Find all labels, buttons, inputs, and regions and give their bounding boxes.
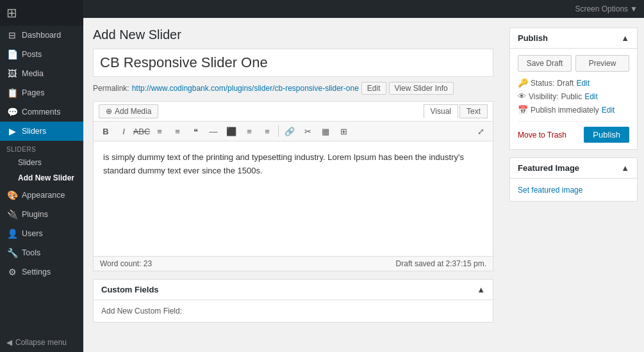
bold-button[interactable]: B xyxy=(97,124,114,139)
sidebar-sub-add-new-slider[interactable]: Add New Slider xyxy=(0,170,83,186)
sliders-section-label: Sliders xyxy=(0,141,83,155)
toolbar-divider xyxy=(278,125,279,137)
permalink-edit-button[interactable]: Edit xyxy=(361,82,386,95)
publish-time-row: 📅 Publish immediately Edit xyxy=(518,105,629,115)
unordered-list-button[interactable]: ≡ xyxy=(151,124,168,139)
strikethrough-button[interactable]: ABC xyxy=(133,124,150,139)
add-media-label: Add Media xyxy=(115,107,151,116)
italic-button[interactable]: I xyxy=(115,124,132,139)
sidebar-item-dashboard[interactable]: ⊟ Dashboard xyxy=(0,26,83,45)
editor-area: Add New Slider Permalink: http://www.cod… xyxy=(83,18,503,352)
publish-panel-title: Publish xyxy=(518,33,548,43)
save-draft-button[interactable]: Save Draft xyxy=(518,55,572,72)
publish-footer: Move to Trash Publish xyxy=(518,121,629,143)
sidebar-sub-sliders[interactable]: Sliders xyxy=(0,155,83,170)
users-icon: 👤 xyxy=(6,228,18,239)
editor-tabs: Visual Text xyxy=(424,104,488,118)
editor-text: is simply dummy text of the printing and… xyxy=(103,151,483,178)
sidebar-sub-label: Sliders xyxy=(18,158,42,167)
permalink-url[interactable]: http://www.codingbank.com/plugins/slider… xyxy=(132,84,359,93)
pages-icon: 📋 xyxy=(6,88,18,98)
ordered-list-button[interactable]: ≡ xyxy=(169,124,186,139)
collapse-arrow-icon: ◀ xyxy=(6,338,12,347)
featured-image-toggle-icon: ▲ xyxy=(621,163,629,173)
sidebar-item-label: Plugins xyxy=(22,210,48,219)
align-center-button[interactable]: ≡ xyxy=(241,124,258,139)
blockquote-button[interactable]: ❝ xyxy=(187,124,204,139)
view-slider-info-button[interactable]: View Slider Info xyxy=(389,82,454,95)
word-count: Word count: 23 xyxy=(100,259,152,268)
screen-options-label: Screen Options xyxy=(575,4,628,13)
visibility-edit-link[interactable]: Edit xyxy=(584,92,598,101)
sidebar-item-pages[interactable]: 📋 Pages xyxy=(0,83,83,102)
status-icon: 🔑 xyxy=(518,78,528,88)
status-value: Draft xyxy=(557,79,574,88)
comments-icon: 💬 xyxy=(6,107,18,117)
topbar: Screen Options ▼ xyxy=(83,0,644,18)
main-content: Screen Options ▼ Add New Slider Permalin… xyxy=(83,0,644,352)
screen-options-button[interactable]: Screen Options ▼ xyxy=(575,4,638,13)
dashboard-icon: ⊟ xyxy=(6,30,18,40)
collapse-menu[interactable]: ◀ Collapse menu xyxy=(0,333,83,352)
sidebar-item-settings[interactable]: ⚙ Settings xyxy=(0,262,83,282)
publish-time-edit-link[interactable]: Edit xyxy=(602,106,615,115)
publish-button[interactable]: Publish xyxy=(584,127,629,143)
sidebar-item-label: Settings xyxy=(22,268,51,276)
publish-panel-header[interactable]: Publish ▲ xyxy=(510,28,637,49)
featured-image-panel: Featured Image ▲ Set featured image xyxy=(509,157,638,202)
sidebar-item-plugins[interactable]: 🔌 Plugins xyxy=(0,205,83,224)
horizontal-rule-button[interactable]: — xyxy=(205,124,222,139)
sidebar-item-appearance[interactable]: 🎨 Appearance xyxy=(0,186,83,205)
publish-actions: Save Draft Preview xyxy=(518,55,629,72)
custom-fields-header[interactable]: Custom Fields ▲ xyxy=(94,280,493,300)
featured-image-header[interactable]: Featured Image ▲ xyxy=(510,158,637,179)
visibility-icon: 👁 xyxy=(518,92,526,101)
sidebar-item-posts[interactable]: 📄 Posts xyxy=(0,45,83,64)
settings-icon: ⚙ xyxy=(6,267,18,277)
calendar-icon: 📅 xyxy=(518,105,528,115)
publish-panel-toggle-icon: ▲ xyxy=(621,33,629,43)
sidebar-item-users[interactable]: 👤 Users xyxy=(0,224,83,243)
move-trash-link[interactable]: Move to Trash xyxy=(518,131,566,140)
more-toolbar-button[interactable]: ⊞ xyxy=(335,124,352,139)
unlink-button[interactable]: ✂ xyxy=(299,124,316,139)
add-media-button[interactable]: ⊕ Add Media xyxy=(99,104,158,118)
word-count-label: Word count: xyxy=(100,259,141,268)
fullscreen-button[interactable]: ⤢ xyxy=(472,124,489,139)
editor-toolbar-row2: B I ABC ≡ ≡ ❝ — ⬛ ≡ ≡ 🔗 ✂ ▦ ⊞ ⤢ xyxy=(94,122,493,141)
custom-fields-content: Add New Custom Field: xyxy=(94,300,493,322)
set-featured-image-link[interactable]: Set featured image xyxy=(518,186,582,195)
visibility-value: Public xyxy=(561,92,582,101)
sidebar-item-sliders[interactable]: ▶ Sliders xyxy=(0,122,83,141)
insert-table-button[interactable]: ▦ xyxy=(317,124,334,139)
sidebar-item-label: Posts xyxy=(22,50,42,59)
sliders-icon: ▶ xyxy=(6,126,18,136)
tab-text[interactable]: Text xyxy=(459,104,488,118)
sidebar-item-tools[interactable]: 🔧 Tools xyxy=(0,243,83,262)
word-count-value: 23 xyxy=(144,259,152,268)
tools-icon: 🔧 xyxy=(6,248,18,258)
post-title-input[interactable] xyxy=(93,49,493,77)
align-right-button[interactable]: ≡ xyxy=(259,124,276,139)
permalink-label: Permalink: xyxy=(93,84,129,93)
visibility-label: Visibility: xyxy=(529,92,558,101)
status-edit-link[interactable]: Edit xyxy=(576,79,590,88)
sidebar-item-media[interactable]: 🖼 Media xyxy=(0,64,83,83)
sidebar-item-comments[interactable]: 💬 Comments xyxy=(0,102,83,122)
preview-button[interactable]: Preview xyxy=(575,55,629,72)
custom-fields-title: Custom Fields xyxy=(101,285,159,294)
link-button[interactable]: 🔗 xyxy=(281,124,298,139)
sidebar-item-label: Tools xyxy=(22,248,40,257)
page-title: Add New Slider xyxy=(93,28,493,42)
custom-fields-sub: Add New Custom Field: xyxy=(101,307,182,316)
align-left-button[interactable]: ⬛ xyxy=(223,124,240,139)
status-label: Status: xyxy=(531,79,554,88)
editor-content[interactable]: is simply dummy text of the printing and… xyxy=(93,141,493,257)
sidebar-logo: ⊞ xyxy=(0,0,83,26)
sidebar-item-label: Appearance xyxy=(22,191,65,200)
media-icon: 🖼 xyxy=(6,68,18,79)
screen-options-chevron-icon: ▼ xyxy=(630,4,638,13)
tab-visual[interactable]: Visual xyxy=(424,104,458,118)
featured-image-title: Featured Image xyxy=(518,163,579,173)
sidebar-item-label: Dashboard xyxy=(22,31,61,40)
